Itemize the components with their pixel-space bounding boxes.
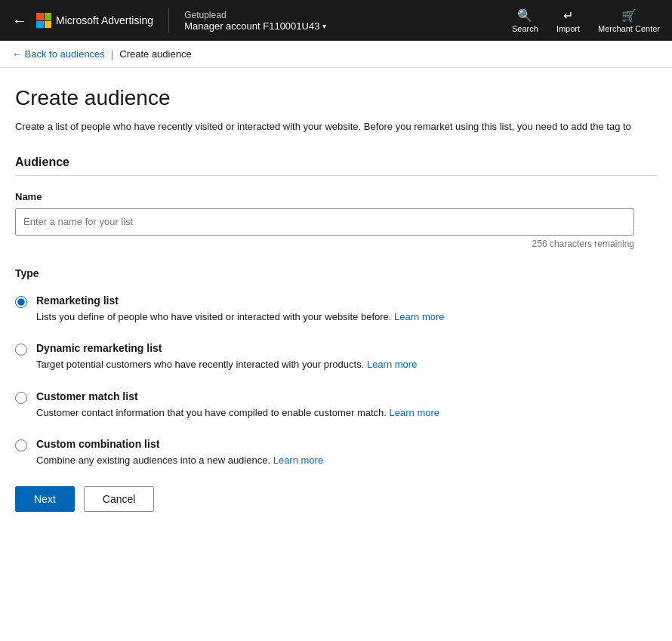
audience-section-header: Audience (15, 156, 657, 176)
button-bar: Next Cancel (15, 486, 657, 512)
type-section-label: Type (15, 267, 657, 279)
name-field-label: Name (15, 191, 657, 202)
dynamic-remarketing-radio[interactable] (15, 344, 27, 356)
dynamic-remarketing-option: Dynamic remarketing list Target potentia… (15, 342, 657, 372)
remarketing-list-option: Remarketing list Lists you define of peo… (15, 294, 657, 325)
account-detail-button[interactable]: Manager account F110001U43 ▾ (184, 20, 326, 32)
brand-text: Microsoft Advertising (56, 14, 153, 26)
microsoft-logo-icon (36, 13, 51, 28)
nav-actions: 🔍 Search ↵ Import 🛒 Merchant Center (512, 8, 660, 33)
custom-combination-learn-more-link[interactable]: Learn more (273, 455, 323, 466)
nav-back-button[interactable]: ← (12, 12, 27, 29)
customer-match-learn-more-link[interactable]: Learn more (390, 407, 439, 418)
custom-combination-desc: Combine any existing audiences into a ne… (36, 453, 323, 468)
remarketing-desc: Lists you define of people who have visi… (36, 310, 445, 325)
customer-match-desc: Customer contact information that you ha… (36, 405, 439, 421)
back-to-audiences-link[interactable]: ← Back to audiences (12, 48, 105, 60)
remarketing-radio[interactable] (15, 296, 27, 308)
char-count-label: 256 characters remaining (15, 239, 634, 249)
brand-logo: Microsoft Advertising (36, 13, 153, 28)
search-button[interactable]: 🔍 Search (512, 8, 538, 33)
account-info: Getuplead Manager account F110001U43 ▾ (184, 10, 326, 32)
search-icon: 🔍 (517, 8, 532, 23)
next-button[interactable]: Next (15, 486, 75, 512)
merchant-icon: 🛒 (621, 8, 637, 23)
dynamic-remarketing-desc: Target potential customers who have rece… (36, 357, 417, 372)
search-label: Search (512, 24, 538, 33)
back-arrow-icon: ← (12, 12, 27, 29)
breadcrumb-current-page: Create audience (119, 48, 191, 60)
custom-combination-title: Custom combination list (36, 438, 323, 450)
dynamic-remarketing-learn-more-link[interactable]: Learn more (367, 359, 417, 370)
top-navigation: ← Microsoft Advertising Getuplead Manage… (0, 0, 672, 41)
nav-divider (168, 8, 169, 32)
breadcrumb-separator: | (111, 48, 113, 60)
import-button[interactable]: ↵ Import (556, 8, 580, 33)
page-description: Create a list of people who have recentl… (15, 119, 657, 134)
account-chevron-icon: ▾ (322, 22, 326, 30)
audience-section: Audience Name 256 characters remaining (15, 156, 657, 249)
account-name: Getuplead (184, 10, 326, 20)
merchant-label: Merchant Center (598, 24, 660, 33)
remarketing-title: Remarketing list (36, 294, 445, 307)
cancel-button[interactable]: Cancel (84, 486, 155, 512)
customer-match-option: Customer match list Customer contact inf… (15, 390, 657, 421)
dynamic-remarketing-title: Dynamic remarketing list (36, 342, 417, 354)
name-input[interactable] (15, 208, 634, 236)
customer-match-radio[interactable] (15, 392, 27, 404)
remarketing-learn-more-link[interactable]: Learn more (394, 311, 444, 322)
type-section: Type Remarketing list Lists you define o… (15, 267, 657, 468)
page-title: Create audience (15, 86, 657, 110)
name-field-group: Name 256 characters remaining (15, 191, 657, 249)
import-icon: ↵ (563, 8, 573, 23)
breadcrumb: ← Back to audiences | Create audience (0, 41, 672, 68)
custom-combination-option: Custom combination list Combine any exis… (15, 438, 657, 468)
custom-combination-radio[interactable] (15, 439, 27, 451)
merchant-center-button[interactable]: 🛒 Merchant Center (598, 8, 660, 33)
main-content: Create audience Create a list of people … (0, 68, 672, 530)
import-label: Import (556, 24, 580, 33)
customer-match-title: Customer match list (36, 390, 439, 402)
